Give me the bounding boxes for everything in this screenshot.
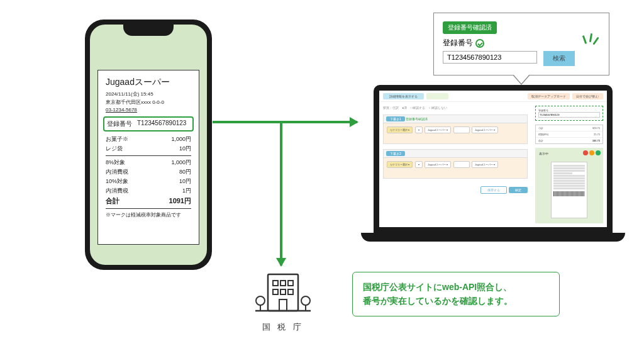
tax-row: 内消費税1円 [106, 187, 191, 195]
explain-line1: 国税庁公表サイトにweb-API照合し、 [363, 280, 549, 294]
line-item: お菓子※1,000円 [106, 135, 191, 143]
toolbar-button[interactable] [426, 93, 448, 99]
check-icon [475, 39, 484, 48]
svg-point-10 [301, 296, 310, 305]
entry-form: カテゴリー選択 ▾ ▾ Jugaadスーパー ▾ Jugaadスーパー ▾ [384, 158, 527, 178]
app-main-panel: 状況：仕訳 ●済 ○ 確認する ○ 確認しない 下書き1 登録番号確認済 カテゴ… [379, 102, 531, 227]
dot-icon [589, 150, 594, 155]
receipt-address: 東京都千代田区xxxx 0-0-0 [106, 99, 191, 106]
tax-agency-icon: 国 税 庁 [252, 271, 314, 333]
field-chip[interactable]: カテゴリー選択 ▾ [387, 126, 413, 133]
receipt-phone: 03-1234-5678 [106, 107, 191, 113]
receipt: Jugaadスーパー 2024/11/11(金) 15:45 東京都千代田区xx… [97, 70, 199, 245]
field-chip[interactable]: Jugaadスーパー ▾ [425, 161, 451, 168]
reg-number-input[interactable] [443, 51, 537, 64]
mini-receipt [551, 162, 587, 218]
save-button[interactable]: 保存する [480, 186, 507, 194]
search-button[interactable]: 検索 [543, 51, 575, 66]
line-item: レジ袋10円 [106, 145, 191, 153]
svg-rect-1 [273, 281, 278, 286]
arrow-to-agency [280, 121, 282, 266]
toolbar-button[interactable]: 詳細情報を表示する [383, 93, 424, 99]
reg-input[interactable] [538, 112, 600, 118]
entry-block: 下書き2 カテゴリー選択 ▾ ▾ Jugaadスーパー ▾ Jugaadスーパー… [383, 149, 528, 179]
confirm-button[interactable]: 確定 [509, 187, 528, 193]
field-chip[interactable]: Jugaadスーパー ▾ [472, 161, 498, 168]
svg-rect-4 [273, 289, 278, 294]
svg-rect-5 [280, 289, 286, 294]
building-icon [252, 271, 314, 318]
explain-line2: 番号が実在しているかを確認します。 [363, 294, 549, 308]
tax-row: 内消費税80円 [106, 168, 191, 176]
dot-icon [583, 150, 588, 155]
reg-label-row: 登録番号 [443, 38, 600, 48]
agency-label: 国 税 庁 [252, 321, 314, 333]
field-chip[interactable]: カテゴリー選択 ▾ [387, 161, 413, 168]
barcode-icon [553, 191, 585, 196]
registration-row: 登録番号 T1234567890123 [103, 116, 194, 131]
upload-button[interactable]: 取消データアップロード [528, 93, 570, 99]
accounting-app: 詳細情報を表示する 取消データアップロード 日付で並び替え↑ 状況：仕訳 ●済 … [379, 91, 607, 227]
svg-point-8 [256, 296, 265, 305]
summary-row: 税額(8%)25.75 [536, 131, 602, 138]
action-bar: 保存する 確定 [383, 186, 528, 194]
smartphone-device: Jugaadスーパー 2024/11/11(金) 15:45 東京都千代田区xx… [85, 20, 212, 270]
receipt-datetime: 2024/11/11(金) 15:45 [106, 91, 191, 98]
explanation-box: 国税庁公表サイトにweb-API照合し、 番号が実在しているかを確認します。 [352, 272, 560, 316]
app-side-panel: 登録番号 小計323.75 税額(8%)25.75 合計346.75 表示中 [531, 102, 607, 227]
arrow-to-laptop [213, 121, 357, 123]
verification-callout: 登録番号確認済 登録番号 検索 [433, 13, 609, 75]
receipt-preview: 表示中 [535, 148, 603, 223]
svg-rect-3 [288, 281, 293, 286]
preview-actions[interactable] [583, 150, 601, 155]
summary-row: 合計346.75 [536, 138, 602, 143]
summary-row: 小計323.75 [536, 125, 602, 131]
entry-form: カテゴリー選択 ▾ ▾ Jugaadスーパー ▾ Jugaadスーパー ▾ [384, 123, 527, 143]
tax-row: 8%対象1,000円 [106, 159, 191, 167]
svg-rect-2 [280, 281, 286, 286]
svg-rect-6 [288, 289, 293, 294]
draft-tab[interactable]: 下書き2 [386, 151, 405, 156]
field-chip[interactable] [453, 126, 470, 133]
reg-verify-box: 登録番号 [535, 106, 603, 121]
divider [106, 208, 191, 209]
sort-button[interactable]: 日付で並び替え↑ [572, 93, 604, 99]
laptop-base [361, 233, 625, 242]
field-chip[interactable]: Jugaadスーパー ▾ [472, 126, 498, 133]
status-line: 状況：仕訳 ●済 ○ 確認する ○ 確認しない [383, 106, 528, 109]
entry-block: 下書き1 登録番号確認済 カテゴリー選択 ▾ ▾ Jugaadスーパー ▾ Ju… [383, 115, 528, 144]
phone-screen: Jugaadスーパー 2024/11/11(金) 15:45 東京都千代田区xx… [90, 25, 207, 265]
field-chip[interactable] [453, 161, 470, 168]
svg-rect-7 [279, 299, 287, 311]
draft-tab[interactable]: 下書き1 [386, 116, 405, 121]
verified-text: 登録番号確認済 [406, 117, 428, 121]
tax-row: 10%対象10円 [106, 177, 191, 186]
receipt-note: ※マークは軽減税率対象商品です [106, 211, 191, 218]
summary-box: 小計323.75 税額(8%)25.75 合計346.75 [535, 125, 603, 144]
verified-badge: 登録番号確認済 [443, 21, 497, 34]
total-row: 合計1091円 [106, 196, 191, 206]
reg-number: T1234567890123 [137, 120, 186, 128]
reg-label: 登録番号 [107, 120, 132, 128]
laptop-device: 詳細情報を表示する 取消データアップロード 日付で並び替え↑ 状況：仕訳 ●済 … [361, 85, 625, 249]
field-chip[interactable]: Jugaadスーパー ▾ [425, 126, 451, 133]
field-chip[interactable]: ▾ [415, 126, 423, 133]
app-toolbar: 詳細情報を表示する 取消データアップロード 日付で並び替え↑ [379, 91, 607, 102]
laptop-screen: 詳細情報を表示する 取消データアップロード 日付で並び替え↑ 状況：仕訳 ●済 … [374, 85, 613, 233]
divider [106, 155, 191, 156]
dot-icon [596, 150, 601, 155]
store-name: Jugaadスーパー [106, 77, 191, 88]
field-chip[interactable]: ▾ [415, 161, 423, 168]
phone-notch [123, 25, 174, 36]
